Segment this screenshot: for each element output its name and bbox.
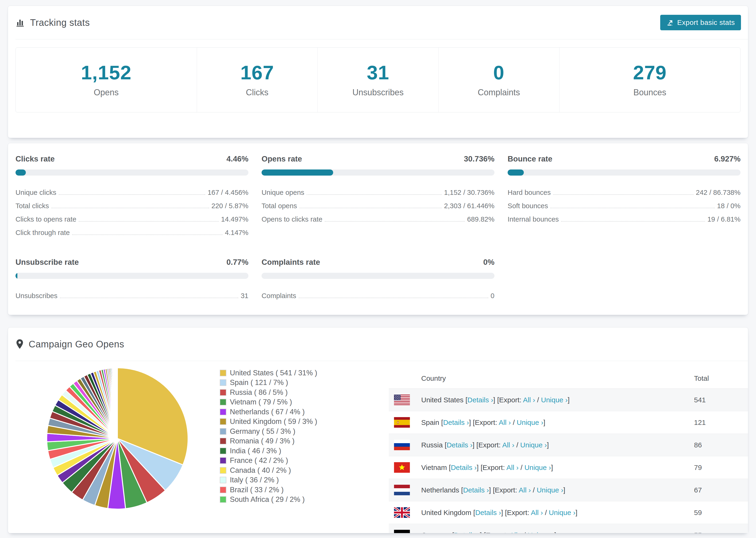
- legend-item: India ( 46 / 3% ): [220, 446, 317, 456]
- rate-stat-row: Unique opens1,152 / 30.736%: [261, 184, 495, 197]
- rate-progress-fill: [261, 170, 333, 176]
- export-all-link[interactable]: All ›: [502, 441, 514, 449]
- rate-block-opens-rate: Opens rate30.736%Unique opens1,152 / 30.…: [261, 154, 495, 237]
- legend-item: Canada ( 40 / 2% ): [220, 465, 317, 475]
- rate-stat-value: 4.147%: [225, 229, 248, 237]
- rate-stat-label: Soft bounces: [508, 202, 548, 210]
- rate-stat-label: Complaints: [261, 292, 296, 300]
- stat-box-unsubscribes: 31Unsubscribes: [317, 48, 438, 112]
- export-unique-link[interactable]: Unique ›: [537, 486, 563, 494]
- header-divider: [16, 39, 748, 39]
- geo-table-row-united-kingdom: United Kingdom [Details ›] [Export: All …: [389, 501, 748, 524]
- details-link[interactable]: Details ›: [467, 396, 493, 404]
- export-unique-link[interactable]: Unique ›: [524, 463, 551, 471]
- tracking-stats-title: Tracking stats: [16, 17, 90, 28]
- country-name: Netherlands: [421, 486, 459, 494]
- country-name: Germany: [421, 531, 450, 533]
- rate-percent: 0%: [483, 258, 495, 267]
- geo-title-wrap: Campaign Geo Opens: [16, 339, 124, 350]
- export-button-label: Export basic stats: [677, 19, 735, 27]
- stat-box-complaints: 0Complaints: [438, 48, 559, 112]
- details-link[interactable]: Details ›: [443, 418, 469, 426]
- geo-table-row-spain: Spain [Details ›] [Export: All › / Uniqu…: [389, 411, 748, 434]
- rate-stat-label: Total opens: [261, 202, 297, 210]
- legend-item: Germany ( 55 / 3% ): [220, 426, 317, 436]
- legend-item: Vietnam ( 79 / 5% ): [220, 398, 317, 407]
- details-link[interactable]: Details ›: [447, 441, 472, 449]
- country-cell: Spain [Details ›] [Export: All › / Uniqu…: [421, 418, 694, 426]
- nl-flag-icon: [394, 485, 410, 495]
- legend-label: South Africa ( 29 / 2% ): [230, 495, 305, 504]
- rate-block-clicks-rate: Clicks rate4.46%Unique clicks167 / 4.456…: [16, 154, 248, 237]
- export-unique-link[interactable]: Unique ›: [517, 418, 543, 426]
- export-all-link[interactable]: All ›: [531, 509, 543, 516]
- legend-swatch: [220, 399, 226, 405]
- export-all-link[interactable]: All ›: [510, 531, 522, 533]
- legend-label: Romania ( 49 / 3% ): [230, 437, 295, 445]
- rate-progress-track: [261, 170, 495, 176]
- country-cell: Germany [Details ›] [Export: All › / Uni…: [421, 531, 694, 533]
- country-total: 79: [694, 463, 748, 471]
- export-unique-link[interactable]: Unique ›: [528, 531, 554, 533]
- rates-card: Clicks rate4.46%Unique clicks167 / 4.456…: [8, 143, 748, 315]
- rate-progress-track: [16, 273, 248, 279]
- country-name: Spain: [421, 418, 439, 426]
- dotted-leader: [550, 208, 715, 208]
- legend-swatch: [220, 370, 226, 376]
- geo-header: Campaign Geo Opens: [8, 327, 748, 361]
- country-name: United Kingdom: [421, 509, 471, 516]
- rate-stat-label: Total clicks: [16, 202, 49, 210]
- country-total: 55: [694, 531, 748, 533]
- rate-stat-row: Complaints0: [261, 287, 495, 300]
- rate-stat-row: Total opens2,303 / 61.446%: [261, 197, 495, 210]
- vn-flag-icon: [394, 462, 410, 473]
- campaign-geo-opens-card: Campaign Geo Opens United States ( 541 /…: [8, 327, 748, 533]
- rate-stat-row: Unsubscribes31: [16, 287, 248, 300]
- country-cell: United States [Details ›] [Export: All ›…: [421, 396, 694, 404]
- rate-stat-row: Click through rate4.147%: [16, 224, 248, 237]
- rate-title-row: Clicks rate4.46%: [16, 154, 248, 163]
- export-unique-link[interactable]: Unique ›: [541, 396, 567, 404]
- details-link[interactable]: Details ›: [454, 531, 480, 533]
- geo-legend: United States ( 541 / 31% )Spain ( 121 /…: [220, 368, 317, 505]
- legend-label: United States ( 541 / 31% ): [230, 369, 317, 377]
- rate-stat-value: 31: [241, 292, 248, 300]
- dotted-leader: [298, 297, 488, 298]
- dotted-leader: [72, 235, 223, 235]
- export-unique-link[interactable]: Unique ›: [549, 509, 575, 516]
- export-basic-stats-button[interactable]: Export basic stats: [660, 15, 741, 30]
- legend-item: Brazil ( 33 / 2% ): [220, 485, 317, 495]
- legend-label: France ( 42 / 2% ): [230, 456, 288, 465]
- export-all-link[interactable]: All ›: [523, 396, 535, 404]
- details-link[interactable]: Details ›: [475, 509, 501, 516]
- export-all-link[interactable]: All ›: [519, 486, 531, 494]
- details-link[interactable]: Details ›: [463, 486, 489, 494]
- legend-swatch: [220, 477, 226, 483]
- legend-swatch: [220, 487, 226, 493]
- page-title: Tracking stats: [30, 17, 90, 28]
- stat-value: 279: [633, 63, 667, 82]
- rate-block-complaints-rate: Complaints rate0%Complaints0: [261, 258, 495, 300]
- dotted-leader: [561, 221, 705, 222]
- rate-title-row: Bounce rate6.927%: [508, 154, 740, 163]
- legend-label: Vietnam ( 79 / 5% ): [230, 398, 292, 406]
- export-unique-link[interactable]: Unique ›: [520, 441, 547, 449]
- dotted-leader: [299, 208, 442, 208]
- export-all-link[interactable]: All ›: [507, 463, 519, 471]
- legend-item: Romania ( 49 / 3% ): [220, 436, 317, 446]
- country-name: Vietnam: [421, 463, 447, 471]
- stat-value: 167: [241, 63, 274, 82]
- details-link[interactable]: Details ›: [451, 463, 477, 471]
- rate-percent: 0.77%: [226, 258, 248, 267]
- legend-label: Canada ( 40 / 2% ): [230, 466, 291, 475]
- country-cell: Vietnam [Details ›] [Export: All › / Uni…: [421, 463, 694, 471]
- rate-stat-label: Unique clicks: [16, 188, 56, 197]
- es-flag-icon: [394, 417, 410, 428]
- dotted-leader: [51, 208, 209, 208]
- map-pin-icon: [16, 339, 24, 349]
- rate-stat-value: 242 / 86.738%: [696, 188, 740, 197]
- legend-item: Italy ( 36 / 2% ): [220, 475, 317, 485]
- legend-label: Russia ( 86 / 5% ): [230, 388, 288, 397]
- stat-box-opens: 1,152Opens: [16, 48, 197, 112]
- export-all-link[interactable]: All ›: [499, 418, 511, 426]
